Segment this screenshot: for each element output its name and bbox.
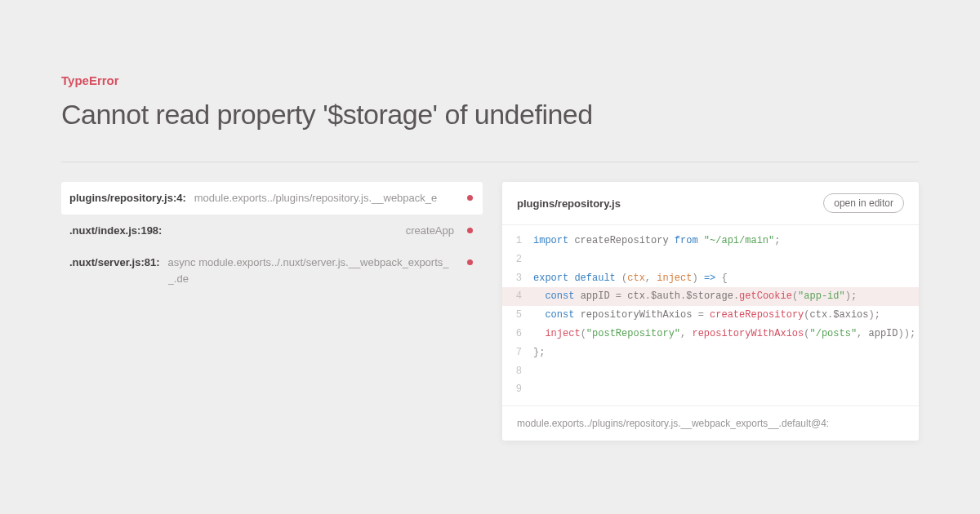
line-number: 2 <box>502 250 533 269</box>
code-content <box>533 362 919 381</box>
stack-frame-file: .nuxt/index.js:198: <box>69 223 162 239</box>
stack-frame-dot-icon <box>467 259 473 265</box>
line-number: 8 <box>502 362 533 381</box>
code-content <box>533 380 919 399</box>
line-number: 1 <box>502 232 533 250</box>
code-content: import createRepository from "~/api/main… <box>533 232 919 250</box>
code-line: 4 const appID = ctx.$auth.$storage.getCo… <box>502 287 919 306</box>
line-number: 3 <box>502 269 533 288</box>
code-body: 1import createRepository from "~/api/mai… <box>502 225 919 405</box>
code-content: const repositoryWithAxios = createReposi… <box>533 306 919 325</box>
stack-frame-method: module.exports../plugins/repository.js._… <box>194 190 454 206</box>
open-in-editor-button[interactable]: open in editor <box>823 193 904 213</box>
error-type: TypeError <box>61 73 919 87</box>
code-content: export default (ctx, inject) => { <box>533 269 919 288</box>
code-line: 5 const repositoryWithAxios = createRepo… <box>502 306 919 325</box>
stack-frame-dot-icon <box>467 195 473 201</box>
code-line: 8 <box>502 362 919 381</box>
code-line: 6 inject("postRepository", repositoryWit… <box>502 325 919 343</box>
code-line: 3export default (ctx, inject) => { <box>502 269 919 288</box>
code-panel: plugins/repository.js open in editor 1im… <box>502 182 919 441</box>
code-line: 9 <box>502 380 919 399</box>
stack-frame-method: createApp <box>170 223 454 239</box>
code-file-path: plugins/repository.js <box>517 197 621 210</box>
stack-frame-file: .nuxt/server.js:81: <box>69 255 160 271</box>
line-number: 9 <box>502 380 533 399</box>
line-number: 6 <box>502 325 533 343</box>
line-number: 5 <box>502 306 533 325</box>
stack-frame-file: plugins/repository.js:4: <box>69 190 186 206</box>
code-line: 1import createRepository from "~/api/mai… <box>502 232 919 250</box>
stack-trace-list: plugins/repository.js:4:module.exports..… <box>61 182 483 295</box>
stack-frame[interactable]: plugins/repository.js:4:module.exports..… <box>61 182 483 215</box>
stack-frame[interactable]: .nuxt/server.js:81:async module.exports.… <box>61 246 483 295</box>
stack-frame-method: async module.exports../.nuxt/server.js._… <box>168 255 454 286</box>
stack-frame-dot-icon <box>467 228 473 233</box>
line-number: 7 <box>502 343 533 362</box>
line-number: 4 <box>502 287 533 306</box>
code-content <box>533 250 919 269</box>
code-content: inject("postRepository", repositoryWithA… <box>533 325 919 343</box>
code-footer: module.exports../plugins/repository.js._… <box>502 405 919 441</box>
divider <box>61 162 919 162</box>
code-line: 7}; <box>502 343 919 362</box>
error-message: Cannot read property '$storage' of undef… <box>61 99 919 131</box>
code-header: plugins/repository.js open in editor <box>502 182 919 225</box>
code-content: }; <box>533 343 919 362</box>
code-line: 2 <box>502 250 919 269</box>
code-content: const appID = ctx.$auth.$storage.getCook… <box>533 287 919 306</box>
stack-frame[interactable]: .nuxt/index.js:198:createApp <box>61 215 483 247</box>
